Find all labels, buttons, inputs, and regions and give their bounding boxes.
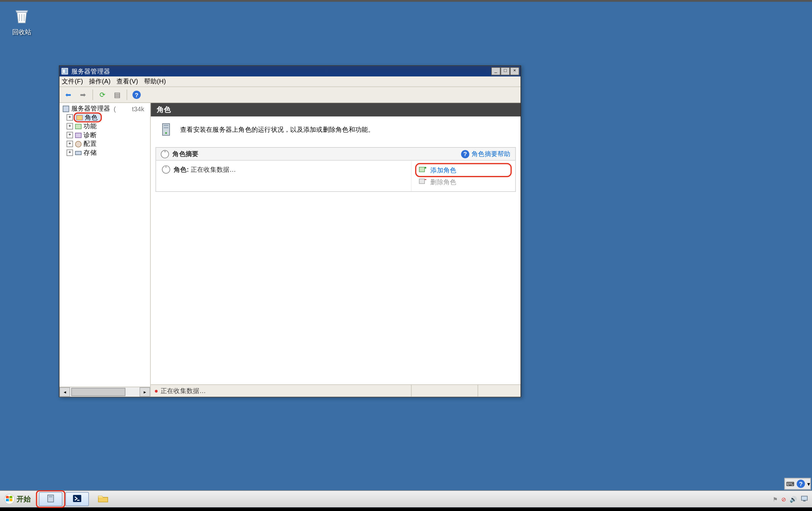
status-busy-icon: ● bbox=[154, 387, 158, 394]
options-icon[interactable]: ▾ bbox=[807, 481, 809, 487]
expand-icon[interactable]: + bbox=[66, 123, 73, 129]
expand-icon[interactable]: + bbox=[66, 141, 73, 147]
section-title: 角色摘要 bbox=[172, 149, 461, 158]
menu-view[interactable]: 查看(V) bbox=[116, 77, 138, 86]
svg-rect-5 bbox=[76, 133, 81, 138]
svg-rect-16 bbox=[49, 496, 53, 497]
window-title: 服务器管理器 bbox=[71, 67, 491, 76]
tree-root-label: 服务器管理器 bbox=[71, 104, 110, 113]
properties-button[interactable]: ▤ bbox=[111, 88, 123, 101]
menu-action[interactable]: 操作(A) bbox=[89, 77, 110, 86]
statusbar-cell bbox=[411, 385, 478, 397]
help-icon: ? bbox=[461, 150, 469, 158]
app-icon bbox=[61, 67, 69, 76]
tree-roles-label: 角色 bbox=[85, 113, 97, 122]
server-tower-icon bbox=[158, 121, 174, 138]
tray-volume-icon[interactable]: 🔊 bbox=[790, 496, 796, 502]
start-label: 开始 bbox=[17, 494, 31, 504]
collapse-icon[interactable]: ˄ bbox=[161, 150, 169, 158]
remove-roles-link[interactable]: 删除角色 bbox=[416, 176, 510, 188]
svg-rect-2 bbox=[63, 106, 69, 111]
tray-alert-icon[interactable]: ⊘ bbox=[781, 496, 786, 502]
tree-item-roles[interactable]: + 角色 bbox=[61, 113, 149, 122]
svg-rect-19 bbox=[803, 500, 805, 502]
expand-icon[interactable]: + bbox=[66, 149, 73, 156]
properties-icon: ▤ bbox=[114, 90, 120, 99]
nav-forward-button[interactable]: ➡ bbox=[77, 88, 89, 101]
arrow-right-icon: ➡ bbox=[80, 90, 86, 99]
svg-rect-9 bbox=[164, 125, 169, 126]
ime-icon[interactable]: ⌨ bbox=[786, 481, 794, 487]
menu-file[interactable]: 文件(F) bbox=[62, 77, 83, 86]
roles-status: 正在收集数据… bbox=[191, 166, 236, 173]
diagnostics-icon bbox=[74, 131, 83, 140]
taskbar: 开始 ⚑ ⊘ 🔊 bbox=[0, 490, 812, 507]
section-help-link[interactable]: ? 角色摘要帮助 bbox=[461, 149, 511, 158]
tree-item-diagnostics[interactable]: + 诊断 bbox=[61, 131, 149, 140]
server-icon bbox=[62, 104, 70, 113]
titlebar[interactable]: 服务器管理器 _ □ × bbox=[59, 66, 521, 77]
status-text: 正在收集数据… bbox=[161, 386, 206, 395]
tree-root[interactable]: 服务器管理器 ( t34k bbox=[61, 104, 149, 113]
language-bar[interactable]: ⌨ ? ▾ bbox=[784, 478, 811, 489]
desktop[interactable]: 回收站 服务器管理器 _ □ × 文件(F) 操作(A) 查看(V) 帮助(H)… bbox=[0, 0, 812, 508]
tree-pane: 服务器管理器 ( t34k + 角色 + 功能 bbox=[59, 103, 151, 396]
svg-rect-4 bbox=[76, 124, 81, 128]
roles-label: 角色: bbox=[174, 166, 189, 173]
folder-icon bbox=[98, 493, 109, 505]
remove-icon bbox=[419, 177, 427, 186]
add-roles-link[interactable]: 添加角色 bbox=[416, 164, 510, 176]
scroll-right-icon[interactable]: ▸ bbox=[140, 387, 150, 396]
server-manager-icon bbox=[46, 493, 55, 505]
svg-point-6 bbox=[76, 141, 81, 147]
nav-back-button[interactable]: ⬅ bbox=[62, 88, 75, 101]
expand-icon[interactable]: + bbox=[66, 132, 73, 138]
svg-rect-3 bbox=[77, 115, 82, 120]
start-button[interactable]: 开始 bbox=[2, 492, 35, 505]
arrow-left-icon: ⬅ bbox=[65, 90, 71, 99]
tree-item-features[interactable]: + 功能 bbox=[61, 122, 149, 131]
scroll-left-icon[interactable]: ◂ bbox=[59, 387, 70, 396]
section-body: ˄ 角色: 正在收集数据… 添加角色 bbox=[155, 160, 516, 192]
refresh-icon: ⟳ bbox=[99, 90, 105, 99]
collapse-icon[interactable]: ˄ bbox=[162, 165, 170, 174]
recycle-bin-label: 回收站 bbox=[7, 28, 36, 37]
tray-network-icon[interactable] bbox=[800, 494, 809, 504]
tree-item-configuration[interactable]: + 配置 bbox=[61, 140, 149, 148]
menu-help[interactable]: 帮助(H) bbox=[144, 77, 166, 86]
refresh-button[interactable]: ⟳ bbox=[96, 88, 109, 101]
recycle-bin[interactable]: 回收站 bbox=[7, 6, 36, 36]
help-icon[interactable]: ? bbox=[796, 480, 805, 488]
task-server-manager[interactable] bbox=[39, 492, 62, 506]
scroll-thumb[interactable] bbox=[71, 388, 125, 396]
task-powershell[interactable] bbox=[65, 492, 89, 506]
statusbar: ● 正在收集数据… bbox=[151, 384, 521, 397]
remove-roles-label: 删除角色 bbox=[430, 178, 456, 186]
help-icon: ? bbox=[133, 90, 141, 99]
tree-hscrollbar[interactable]: ◂ ▸ bbox=[59, 387, 150, 396]
task-explorer[interactable] bbox=[91, 492, 115, 506]
minimize-button[interactable]: _ bbox=[491, 67, 500, 76]
toolbar-separator bbox=[127, 90, 127, 100]
svg-rect-1 bbox=[63, 69, 65, 73]
close-button[interactable]: × bbox=[510, 67, 519, 76]
tree-storage-label: 存储 bbox=[84, 148, 96, 157]
expand-icon[interactable]: + bbox=[66, 114, 73, 121]
recycle-bin-icon bbox=[12, 20, 31, 27]
tree-item-storage[interactable]: + 存储 bbox=[61, 148, 149, 157]
add-roles-label: 添加角色 bbox=[430, 166, 456, 175]
roles-icon bbox=[76, 113, 84, 122]
system-tray[interactable]: ⚑ ⊘ 🔊 bbox=[769, 494, 812, 504]
pane-header: 角色 bbox=[151, 103, 521, 116]
configuration-icon bbox=[74, 140, 83, 148]
section-header[interactable]: ˄ 角色摘要 ? 角色摘要帮助 bbox=[155, 147, 516, 160]
help-button[interactable]: ? bbox=[130, 88, 143, 101]
add-icon bbox=[419, 165, 427, 175]
storage-icon bbox=[74, 149, 83, 157]
tray-flag-icon[interactable]: ⚑ bbox=[773, 496, 778, 502]
svg-point-11 bbox=[165, 132, 167, 134]
statusbar-cell bbox=[478, 385, 521, 397]
maximize-button[interactable]: □ bbox=[500, 67, 510, 76]
svg-rect-13 bbox=[419, 179, 425, 184]
toolbar-separator bbox=[92, 90, 93, 100]
